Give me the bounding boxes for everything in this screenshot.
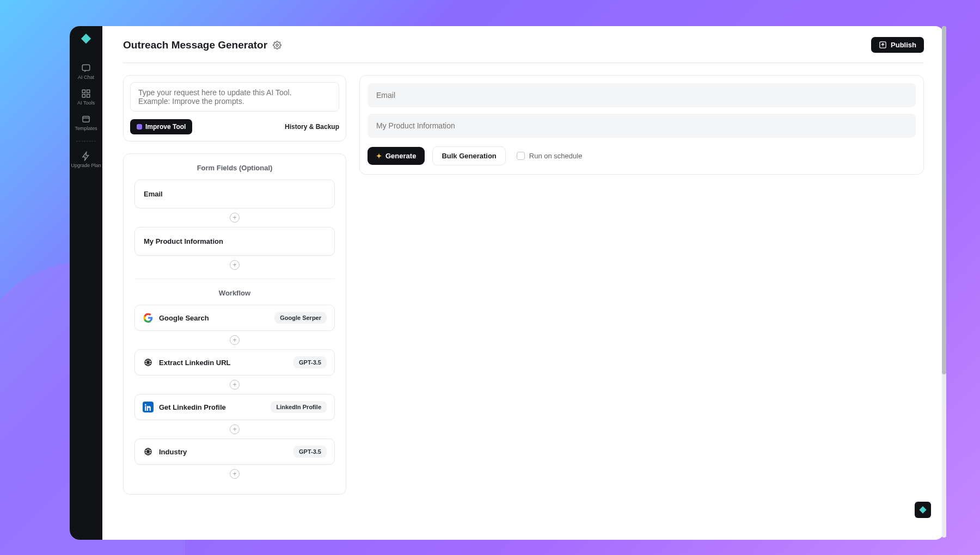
- sidebar-item-ai-chat[interactable]: AI Chat: [78, 63, 94, 80]
- workflow-step-title: Get Linkedin Profile: [159, 403, 226, 411]
- widget-icon: [918, 505, 927, 514]
- workflow-step-badge: LinkedIn Profile: [271, 401, 327, 413]
- svg-marker-0: [81, 34, 91, 44]
- workflow-step-title: Industry: [159, 448, 187, 456]
- sparkle-icon: ✦: [376, 152, 382, 160]
- sidebar: AI Chat AI Tools Templates Upgrade Plan: [70, 26, 102, 540]
- workflow-step-badge: Google Serper: [274, 312, 327, 324]
- add-field-button[interactable]: +: [230, 213, 240, 223]
- workflow-step-badge: GPT-3.5: [293, 356, 327, 368]
- svg-point-7: [276, 44, 278, 46]
- openai-icon: [143, 357, 154, 368]
- gear-icon[interactable]: [273, 41, 281, 50]
- templates-icon: [81, 114, 91, 124]
- google-icon: [143, 312, 154, 323]
- svg-marker-11: [919, 506, 926, 513]
- app-logo: [80, 33, 92, 45]
- sidebar-item-label: AI Chat: [78, 75, 94, 80]
- add-step-button[interactable]: +: [230, 335, 240, 345]
- bolt-icon: [81, 151, 91, 161]
- scrollbar[interactable]: [942, 26, 946, 538]
- add-step-button[interactable]: +: [230, 380, 240, 390]
- history-backup-link[interactable]: History & Backup: [285, 123, 339, 131]
- sidebar-item-templates[interactable]: Templates: [75, 114, 97, 131]
- sidebar-item-label: AI Tools: [77, 100, 95, 106]
- sidebar-item-label: Upgrade Plan: [71, 163, 101, 168]
- section-divider: [134, 279, 335, 279]
- generate-button[interactable]: ✦ Generate: [367, 147, 425, 165]
- scrollbar-thumb[interactable]: [942, 26, 946, 374]
- app-window: AI Chat AI Tools Templates Upgrade Plan …: [70, 26, 945, 540]
- svg-rect-1: [82, 65, 90, 71]
- chat-icon: [81, 63, 91, 73]
- workflow-step-badge: GPT-3.5: [293, 446, 327, 458]
- svg-rect-6: [83, 116, 89, 122]
- publish-label: Publish: [891, 41, 916, 49]
- grid-icon: [81, 89, 91, 98]
- workflow-step-google-search[interactable]: Google Search Google Serper: [134, 305, 335, 331]
- form-field-product-info[interactable]: My Product Information: [134, 227, 335, 256]
- add-field-button[interactable]: +: [230, 260, 240, 270]
- form-field-email[interactable]: Email: [134, 180, 335, 208]
- workflow-step-title: Extract Linkedin URL: [159, 359, 230, 367]
- workflow-step-industry[interactable]: Industry GPT-3.5: [134, 439, 335, 465]
- right-panel: ✦ Generate Bulk Generation Run on schedu…: [359, 75, 924, 175]
- section-title: Workflow: [134, 289, 335, 297]
- main-content: Outreach Message Generator Publish Impro…: [102, 26, 945, 540]
- sidebar-divider: [76, 141, 96, 141]
- sidebar-item-upgrade[interactable]: Upgrade Plan: [71, 151, 101, 168]
- header: Outreach Message Generator Publish: [102, 26, 945, 53]
- linkedin-icon: [143, 402, 154, 412]
- upload-icon: [879, 41, 887, 49]
- svg-rect-5: [87, 95, 89, 97]
- workflow-step-get-linkedin-profile[interactable]: Get Linkedin Profile LinkedIn Profile: [134, 394, 335, 420]
- openai-icon: [143, 446, 154, 457]
- svg-rect-2: [82, 90, 85, 92]
- prompt-card: Improve Tool History & Backup: [123, 75, 346, 141]
- add-step-button[interactable]: +: [230, 469, 240, 479]
- section-title: Form Fields (Optional): [134, 164, 335, 172]
- sidebar-item-ai-tools[interactable]: AI Tools: [77, 89, 95, 106]
- generate-label: Generate: [385, 152, 416, 160]
- svg-rect-3: [87, 90, 89, 92]
- sidebar-item-label: Templates: [75, 126, 97, 131]
- improve-label: Improve Tool: [145, 123, 186, 131]
- add-step-button[interactable]: +: [230, 424, 240, 434]
- sparkle-icon: [137, 124, 142, 130]
- schedule-label: Run on schedule: [529, 152, 583, 160]
- workflow-step-extract-linkedin-url[interactable]: Extract Linkedin URL GPT-3.5: [134, 349, 335, 375]
- floating-widget[interactable]: [915, 502, 931, 518]
- prompt-input[interactable]: [130, 82, 339, 112]
- svg-rect-4: [82, 95, 85, 97]
- publish-button[interactable]: Publish: [871, 37, 924, 53]
- workflow-step-title: Google Search: [159, 314, 209, 322]
- form-fields-section: Form Fields (Optional) Email + My Produc…: [123, 153, 346, 495]
- page-title: Outreach Message Generator: [123, 39, 267, 51]
- checkbox-icon: [517, 152, 525, 160]
- run-on-schedule-checkbox[interactable]: Run on schedule: [517, 152, 583, 160]
- product-info-field[interactable]: [367, 114, 916, 138]
- email-field[interactable]: [367, 83, 916, 107]
- improve-tool-button[interactable]: Improve Tool: [130, 119, 192, 134]
- bulk-generation-button[interactable]: Bulk Generation: [432, 146, 505, 165]
